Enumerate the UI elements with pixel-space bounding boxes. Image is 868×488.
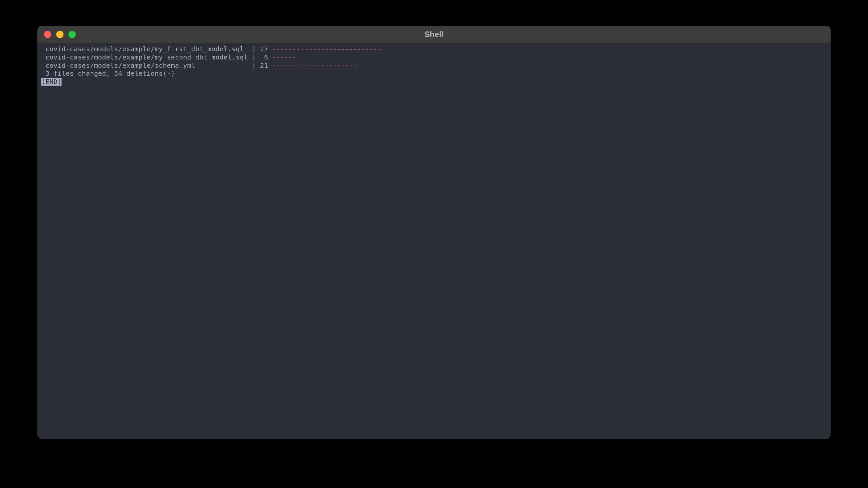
window-title: Shell [425, 30, 443, 39]
traffic-lights [37, 31, 76, 38]
terminal-window: Shell covid-cases/models/example/my_firs… [37, 26, 831, 439]
maximize-icon[interactable] [68, 31, 76, 38]
diff-deletions: ------ [272, 53, 297, 61]
diff-summary: 3 files changed, 54 deletions(-) [41, 69, 827, 78]
diff-path: covid-cases/models/example/my_second_dbt… [41, 53, 272, 61]
minimize-icon[interactable] [56, 31, 63, 38]
diff-line: covid-cases/models/example/my_first_dbt_… [41, 45, 827, 53]
diff-path: covid-cases/models/example/my_first_dbt_… [41, 45, 272, 53]
diff-deletions: --------------------- [272, 62, 357, 69]
titlebar: Shell [37, 26, 831, 43]
close-icon[interactable] [44, 31, 51, 38]
diff-line: covid-cases/models/example/my_second_dbt… [41, 53, 827, 62]
pager-end: (END) [41, 78, 62, 86]
diff-deletions: --------------------------- [272, 45, 382, 53]
diff-path: covid-cases/models/example/schema.yml | … [41, 62, 272, 69]
diff-line: covid-cases/models/example/schema.yml | … [41, 62, 827, 70]
terminal-output[interactable]: covid-cases/models/example/my_first_dbt_… [37, 43, 831, 88]
